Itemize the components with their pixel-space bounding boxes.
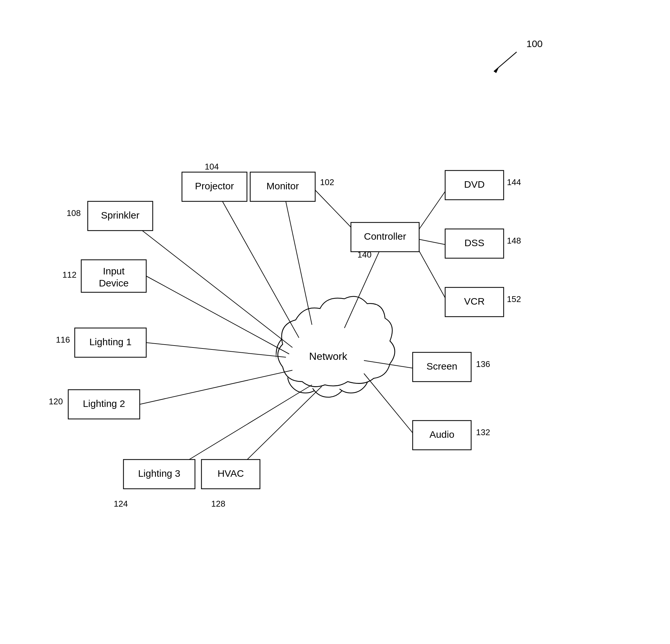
- dvd-ref: 144: [507, 177, 521, 187]
- svg-line-24: [416, 239, 448, 245]
- svg-line-0: [494, 52, 517, 71]
- lighting1-label: Lighting 1: [89, 337, 132, 347]
- svg-line-17: [140, 370, 292, 404]
- svg-line-16: [146, 343, 286, 357]
- vcr-ref: 152: [507, 294, 521, 304]
- svg-line-14: [123, 216, 292, 347]
- svg-line-15: [146, 276, 289, 354]
- input-device-label-2: Device: [99, 278, 129, 288]
- dvd-label: DVD: [464, 179, 484, 190]
- lighting2-label: Lighting 2: [83, 398, 125, 409]
- monitor-label: Monitor: [266, 181, 299, 191]
- monitor-ref: 102: [320, 177, 334, 187]
- screen-label: Screen: [426, 361, 457, 371]
- svg-line-20: [364, 373, 416, 437]
- lighting3-label: Lighting 3: [138, 468, 180, 479]
- lighting3-ref: 124: [114, 499, 128, 509]
- input-device-ref: 112: [63, 270, 76, 279]
- network-cloud: Network: [276, 297, 395, 397]
- lighting1-ref: 116: [56, 335, 70, 345]
- hvac-ref: 128: [211, 499, 225, 509]
- diagram: 100 Network: [0, 0, 670, 644]
- audio-ref: 132: [476, 427, 490, 437]
- dss-label: DSS: [464, 237, 484, 248]
- lighting2-ref: 120: [49, 397, 63, 406]
- sprinkler-ref: 108: [67, 208, 81, 218]
- input-device-label-1: Input: [103, 266, 125, 276]
- svg-line-23: [416, 187, 448, 234]
- hvac-label: HVAC: [217, 468, 244, 479]
- controller-ref: 140: [358, 250, 371, 260]
- controller-label: Controller: [364, 231, 406, 242]
- audio-label: Audio: [430, 429, 455, 440]
- projector-ref: 104: [205, 162, 219, 172]
- svg-line-12: [283, 187, 312, 325]
- svg-line-25: [416, 245, 448, 304]
- dss-ref: 148: [507, 236, 521, 246]
- sprinkler-label: Sprinkler: [101, 210, 139, 220]
- svg-line-26: [312, 187, 354, 231]
- ref-100: 100: [526, 38, 542, 49]
- svg-line-13: [216, 190, 299, 338]
- screen-ref: 136: [476, 359, 490, 369]
- network-label: Network: [309, 351, 347, 362]
- projector-label: Projector: [195, 181, 234, 191]
- vcr-label: VCR: [464, 296, 484, 306]
